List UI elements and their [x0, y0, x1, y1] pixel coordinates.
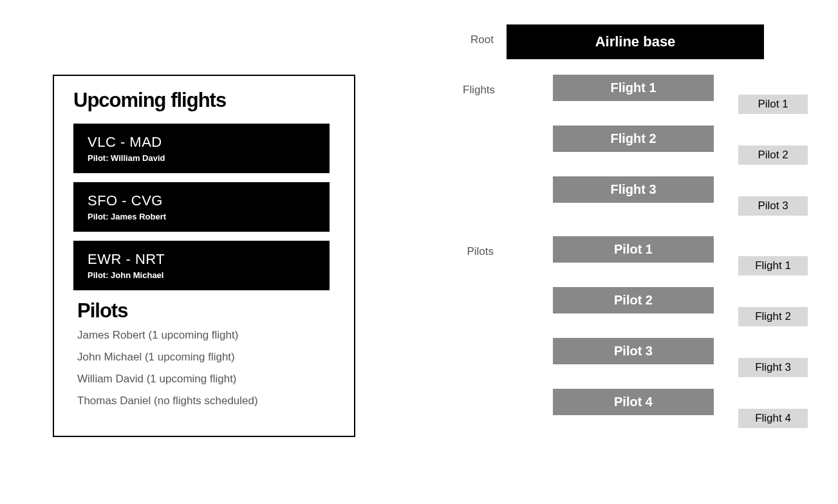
pilot-item: Thomas Daniel (no flights scheduled) — [77, 395, 342, 407]
flight-route: SFO - CVG — [88, 192, 315, 209]
tree-root-row: Root Airline base — [463, 24, 765, 75]
flight-pilot: Pilot: William David — [88, 153, 315, 163]
data-tree-panel: Root Airline base Flights Flight 1 Pilot… — [463, 24, 765, 440]
flight-route: VLC - MAD — [88, 134, 315, 151]
tree-pilot-leaf: Flight 1 — [738, 256, 808, 275]
flight-card: SFO - CVG Pilot: James Robert — [73, 182, 330, 232]
tree-root-label: Root — [463, 24, 507, 46]
flight-pilot: Pilot: John Michael — [88, 270, 315, 280]
tree-flights-label: Flights — [463, 75, 507, 97]
tree-pilot-leaf: Flight 3 — [738, 358, 808, 377]
tree-pilot-box: Pilot 1 — [553, 236, 714, 263]
flight-pilot: Pilot: James Robert — [88, 212, 315, 221]
tree-pilot-leaf: Flight 4 — [738, 409, 808, 428]
tree-flight-leaf: Pilot 2 — [738, 145, 808, 165]
tree-pilots-row: Pilots Pilot 1 Flight 1 Pilot 2 Flight 2… — [463, 236, 765, 440]
flight-card: EWR - NRT Pilot: John Michael — [73, 241, 330, 290]
upcoming-flights-heading: Upcoming flights — [73, 89, 342, 112]
tree-root-box: Airline base — [507, 24, 764, 59]
tree-flight-leaf: Pilot 3 — [738, 196, 808, 216]
pilot-item: John Michael (1 upcoming flight) — [77, 351, 342, 364]
tree-flight-box: Flight 2 — [553, 126, 714, 152]
pilot-item: William David (1 upcoming flight) — [77, 373, 342, 386]
tree-pilot-leaf: Flight 2 — [738, 307, 808, 326]
pilot-item: James Robert (1 upcoming flight) — [77, 329, 342, 342]
tree-pilots-label: Pilots — [463, 236, 507, 258]
tree-pilot-box: Pilot 2 — [553, 287, 714, 313]
tree-flight-box: Flight 3 — [553, 176, 714, 203]
flight-route: EWR - NRT — [88, 251, 315, 268]
tree-flight-leaf: Pilot 1 — [738, 95, 808, 114]
pilots-heading: Pilots — [77, 299, 342, 322]
tree-flight-box: Flight 1 — [553, 75, 714, 101]
tree-pilot-box: Pilot 3 — [553, 338, 714, 364]
upcoming-flights-panel: Upcoming flights VLC - MAD Pilot: Willia… — [53, 75, 355, 437]
tree-pilot-box: Pilot 4 — [553, 389, 714, 415]
flight-card: VLC - MAD Pilot: William David — [73, 124, 330, 173]
tree-flights-row: Flights Flight 1 Pilot 1 Flight 2 Pilot … — [463, 75, 765, 227]
